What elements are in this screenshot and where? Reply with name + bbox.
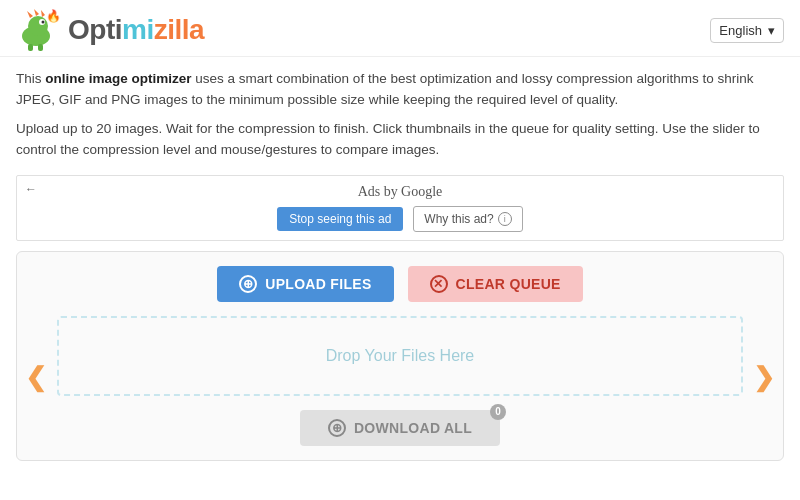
svg-point-1	[28, 16, 48, 36]
why-ad-label: Why this ad?	[424, 212, 493, 226]
language-selector[interactable]: English ▾	[710, 18, 784, 43]
svg-marker-5	[34, 9, 39, 16]
logo-text: Optimizilla	[68, 14, 204, 46]
svg-marker-6	[41, 10, 45, 17]
description-line1: This online image optimizer uses a smart…	[16, 69, 784, 111]
svg-point-3	[42, 21, 45, 24]
arrow-right-button[interactable]: ❯	[753, 362, 775, 393]
clear-queue-button[interactable]: ✕ CLEAR QUEUE	[408, 266, 583, 302]
description-line2: Upload up to 20 images. Wait for the com…	[16, 119, 784, 161]
upload-buttons-row: ⊕ UPLOAD FILES ✕ CLEAR QUEUE	[57, 266, 743, 302]
svg-marker-4	[27, 11, 33, 18]
chevron-down-icon: ▾	[768, 23, 775, 38]
bold-text: online image optimizer	[45, 71, 191, 86]
why-this-ad-button[interactable]: Why this ad? i	[413, 206, 522, 232]
description-area: This online image optimizer uses a smart…	[0, 57, 800, 169]
ad-label: Ads by Google	[358, 184, 443, 200]
upload-section: ❮ ❯ ⊕ UPLOAD FILES ✕ CLEAR QUEUE Drop Yo…	[16, 251, 784, 461]
download-icon: ⊕	[328, 419, 346, 437]
clear-icon: ✕	[430, 275, 448, 293]
download-bar: ⊕ DOWNLOAD ALL 0	[57, 410, 743, 446]
ad-area: ← Ads by Google Stop seeing this ad Why …	[16, 175, 784, 241]
ad-back-button[interactable]: ←	[25, 182, 37, 196]
svg-text:🔥: 🔥	[46, 8, 61, 23]
info-icon: i	[498, 212, 512, 226]
upload-files-label: UPLOAD FILES	[265, 276, 371, 292]
drop-zone[interactable]: Drop Your Files Here	[57, 316, 743, 396]
download-all-label: DOWNLOAD ALL	[354, 420, 472, 436]
download-badge: 0	[490, 404, 506, 420]
logo: 🔥 Optimizilla	[16, 8, 204, 52]
upload-files-button[interactable]: ⊕ UPLOAD FILES	[217, 266, 393, 302]
language-label: English	[719, 23, 762, 38]
svg-rect-8	[38, 44, 43, 51]
clear-queue-label: CLEAR QUEUE	[456, 276, 561, 292]
arrow-left-button[interactable]: ❮	[25, 362, 47, 393]
ad-buttons: Stop seeing this ad Why this ad? i	[277, 206, 522, 232]
svg-rect-7	[28, 44, 33, 51]
stop-seeing-ad-button[interactable]: Stop seeing this ad	[277, 207, 403, 231]
download-all-button[interactable]: ⊕ DOWNLOAD ALL 0	[300, 410, 500, 446]
upload-icon: ⊕	[239, 275, 257, 293]
logo-dino-icon: 🔥	[16, 8, 66, 52]
drop-label: Drop Your Files Here	[326, 347, 475, 365]
header: 🔥 Optimizilla English ▾	[0, 0, 800, 57]
